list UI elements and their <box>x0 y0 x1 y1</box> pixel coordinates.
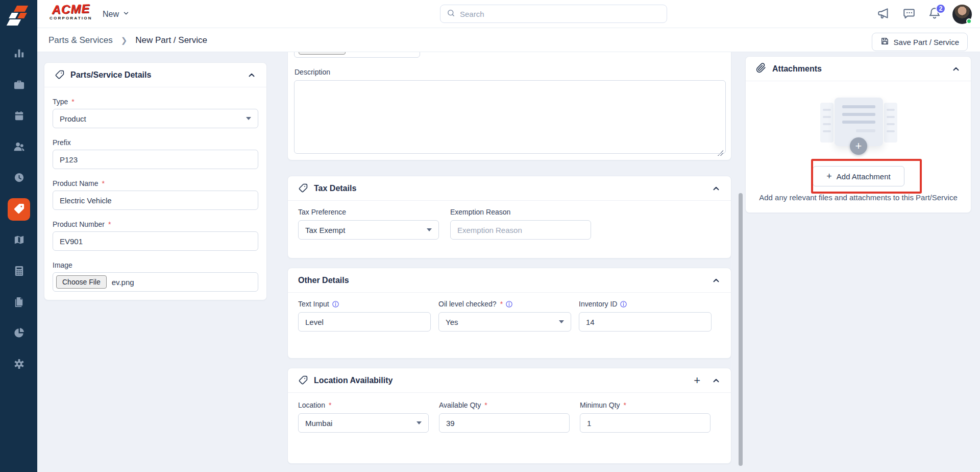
chevron-down-icon <box>122 10 130 19</box>
add-attachment-label: Add Attachment <box>837 172 891 181</box>
add-attachment-button[interactable]: + Add Attachment <box>813 166 904 186</box>
minimum-qty-field: Minimun Qty* <box>580 401 710 433</box>
product-name-input[interactable] <box>53 191 258 210</box>
product-number-field: Product Number* <box>53 220 258 251</box>
document-page-edge <box>884 103 897 143</box>
add-location-row-button[interactable]: + <box>694 375 700 386</box>
location-select[interactable]: Mumbai <box>298 413 429 433</box>
attachments-caption: Add any relevant files and attachments t… <box>746 193 971 202</box>
oil-level-label: Oil level checked? <box>438 300 497 308</box>
inventory-id-input[interactable] <box>579 312 712 332</box>
inventory-id-field: Inventory ID <box>579 300 712 332</box>
announcements-button[interactable] <box>876 7 891 22</box>
other-details-card: Other Details Text Input Oil level check… <box>287 268 731 359</box>
required-marker: * <box>329 401 331 409</box>
required-marker: * <box>71 98 74 106</box>
prefix-input[interactable] <box>53 150 258 169</box>
vertical-scrollbar-thumb[interactable] <box>739 193 743 466</box>
clipped-file-input[interactable] <box>294 52 420 58</box>
caret-down-icon <box>246 117 251 120</box>
collapse-chevron-up-icon[interactable] <box>712 376 721 385</box>
sidebar-item-parts-services[interactable] <box>8 198 30 221</box>
required-marker: * <box>500 300 503 308</box>
notifications-button[interactable]: 2 <box>927 7 942 22</box>
topbar: ACME CORPORATION New 2 <box>37 0 980 28</box>
org-logo-text: ACME <box>50 3 92 16</box>
app-screen: ACME CORPORATION New 2 <box>0 0 980 472</box>
sidebar-item-timesheets[interactable] <box>8 167 30 190</box>
sidebar-item-schedule[interactable] <box>8 105 30 128</box>
type-label: Type <box>53 98 68 106</box>
tax-details-header: Tax Details <box>288 176 731 201</box>
logo-shape <box>7 19 21 26</box>
other-details-header: Other Details <box>288 268 731 293</box>
type-select-value: Product <box>60 114 86 123</box>
collapse-chevron-up-icon[interactable] <box>951 64 961 74</box>
save-part-service-button[interactable]: Save Part / Service <box>872 33 968 51</box>
available-qty-label: Available Qty <box>439 401 481 409</box>
exemption-reason-label: Exemption Reason <box>450 208 510 216</box>
parts-service-details-card: Parts/Service Details Type* Product Pref… <box>44 62 267 300</box>
collapse-chevron-up-icon[interactable] <box>712 276 721 285</box>
caret-down-icon <box>559 320 564 323</box>
oil-level-field: Oil level checked?* Yes <box>438 300 571 332</box>
image-file-input[interactable]: Choose File ev.png <box>53 272 258 292</box>
sidebar-item-teams[interactable] <box>8 136 30 159</box>
type-select[interactable]: Product <box>53 109 258 128</box>
sidebar-item-reports[interactable] <box>8 322 30 345</box>
sidebar-item-analytics[interactable] <box>8 43 30 65</box>
location-availability-header: Location Availability + <box>288 368 731 393</box>
document-page-edge <box>820 103 834 143</box>
prefix-field: Prefix <box>53 138 258 169</box>
minimum-qty-input[interactable] <box>580 413 710 433</box>
quick-add-attachment-icon[interactable]: + <box>850 137 867 155</box>
plus-icon: + <box>826 171 832 182</box>
sidebar-item-map[interactable] <box>8 229 30 252</box>
caret-down-icon <box>427 228 432 231</box>
textarea-resize-handle[interactable] <box>718 150 723 156</box>
collapse-chevron-up-icon[interactable] <box>247 70 256 80</box>
info-icon[interactable] <box>332 300 339 308</box>
sidebar-item-documents[interactable] <box>8 292 30 314</box>
sidebar-item-settings[interactable] <box>8 353 30 376</box>
user-avatar[interactable] <box>952 5 972 24</box>
copy-pages-icon <box>13 296 25 310</box>
location-label: Location <box>298 401 325 409</box>
info-icon[interactable] <box>620 300 627 308</box>
tax-preference-field: Tax Preference Tax Exempt <box>298 208 439 240</box>
info-icon[interactable] <box>505 300 513 308</box>
attachments-header: Attachments <box>746 57 971 81</box>
prefix-label: Prefix <box>53 138 71 147</box>
gear-icon <box>13 358 25 372</box>
selected-file-name: ev.png <box>112 278 134 287</box>
org-logo[interactable]: ACME CORPORATION <box>50 3 92 20</box>
parts-service-details-header: Parts/Service Details <box>44 63 266 87</box>
minimum-qty-label: Minimun Qty <box>580 401 620 409</box>
oil-level-select[interactable]: Yes <box>438 312 571 332</box>
org-switcher-menu[interactable]: New <box>103 0 130 28</box>
logo-shape <box>17 13 27 18</box>
location-field: Location* Mumbai <box>298 401 429 433</box>
available-qty-input[interactable] <box>439 413 570 433</box>
pie-chart-icon <box>13 327 25 341</box>
messages-button[interactable] <box>901 7 917 22</box>
product-number-input[interactable] <box>53 231 258 251</box>
org-switcher-label: New <box>103 10 119 19</box>
app-logo[interactable] <box>0 0 37 28</box>
tax-preference-select[interactable]: Tax Exempt <box>298 220 439 240</box>
breadcrumb-parts-services[interactable]: Parts & Services <box>48 35 113 45</box>
exemption-reason-input[interactable] <box>450 220 591 240</box>
search-input[interactable] <box>460 10 660 18</box>
tag-icon <box>298 183 308 193</box>
text-input[interactable] <box>298 312 431 332</box>
caret-down-icon <box>416 421 422 424</box>
oil-level-value: Yes <box>446 318 458 326</box>
description-textarea[interactable] <box>294 80 726 154</box>
clipped-choose-file-button[interactable] <box>299 52 346 55</box>
collapse-chevron-up-icon[interactable] <box>712 184 721 193</box>
sidebar-item-jobs[interactable] <box>8 74 30 97</box>
required-marker: * <box>108 220 111 228</box>
clock-icon <box>13 172 25 185</box>
choose-file-button[interactable]: Choose File <box>56 275 107 289</box>
sidebar-item-invoices[interactable] <box>8 261 30 283</box>
